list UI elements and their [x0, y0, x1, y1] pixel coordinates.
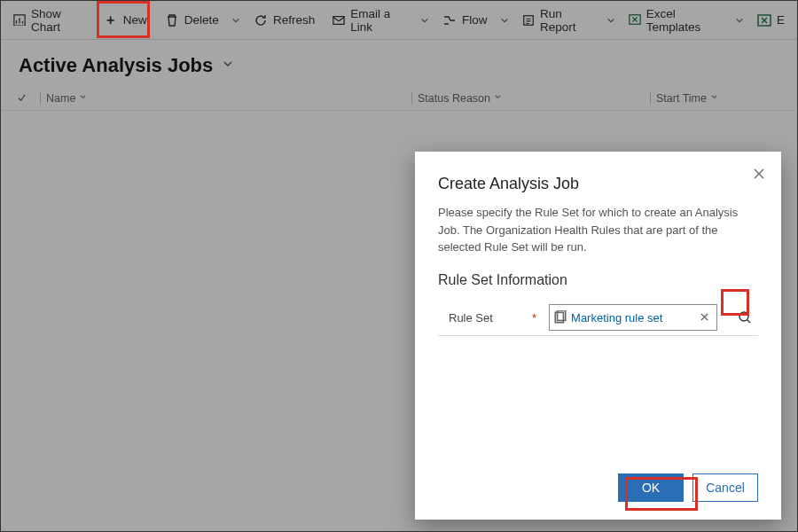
create-analysis-job-dialog: Create Analysis Job Please specify the R… [415, 152, 781, 520]
excel-templates-button[interactable]: Excel Templates [620, 4, 732, 36]
dialog-close-button[interactable] [753, 168, 765, 184]
chevron-down-icon [494, 93, 502, 103]
rule-set-label: Rule Set [438, 311, 523, 325]
column-start-label: Start Time [656, 92, 707, 105]
column-divider [650, 92, 651, 105]
rule-set-field-row: Rule Set * Marketing rule set [438, 304, 758, 336]
delete-label: Delete [184, 13, 219, 27]
select-all-column[interactable] [17, 93, 38, 103]
clear-lookup-button[interactable] [695, 311, 713, 325]
column-name[interactable]: Name [46, 92, 410, 105]
excel-export-icon [757, 13, 771, 27]
flow-chevron[interactable] [497, 4, 513, 36]
dialog-section-heading: Rule Set Information [438, 272, 758, 288]
export-excel-button-partial[interactable]: E [748, 4, 794, 36]
run-report-button[interactable]: Run Report [513, 4, 602, 36]
dialog-description: Please specify the Rule Set for which to… [438, 204, 758, 256]
show-chart-button[interactable]: Show Chart [4, 4, 95, 36]
lookup-search-button[interactable] [732, 304, 758, 331]
excel-templates-label: Excel Templates [646, 7, 723, 34]
rule-set-selected-value: Marketing rule set [571, 311, 695, 325]
refresh-label: Refresh [273, 13, 315, 27]
column-header-row: Name Status Reason Start Time [1, 86, 797, 111]
chart-icon [13, 13, 26, 27]
export-excel-label: E [777, 13, 785, 27]
svg-rect-1 [333, 16, 344, 24]
new-button[interactable]: + New [95, 4, 156, 36]
excel-templates-chevron[interactable] [732, 4, 748, 36]
email-link-button[interactable]: Email a Link [324, 4, 416, 36]
svg-point-7 [739, 312, 748, 321]
delete-split-chevron[interactable] [228, 4, 245, 36]
email-link-split-chevron[interactable] [417, 4, 434, 36]
app-window: Show Chart + New Delete Refresh Email a [0, 0, 798, 532]
view-header: Active Analysis Jobs [1, 40, 797, 86]
column-status-label: Status Reason [418, 92, 490, 105]
column-name-label: Name [46, 92, 75, 105]
view-title: Active Analysis Jobs [19, 54, 213, 77]
new-label: New [123, 13, 147, 27]
run-report-chevron[interactable] [602, 4, 619, 36]
record-icon [553, 310, 567, 325]
cancel-button[interactable]: Cancel [692, 473, 758, 502]
excel-icon [629, 13, 641, 27]
chevron-down-icon [79, 93, 87, 103]
dialog-footer: OK Cancel [438, 463, 758, 520]
dialog-title: Create Analysis Job [438, 175, 758, 193]
email-link-label: Email a Link [350, 7, 407, 34]
view-selector-chevron[interactable] [222, 58, 234, 74]
flow-icon [442, 13, 457, 27]
column-divider [40, 92, 41, 105]
rule-set-lookup[interactable]: Marketing rule set [549, 304, 717, 331]
trash-icon [165, 13, 179, 27]
required-indicator: * [532, 311, 536, 325]
show-chart-label: Show Chart [31, 7, 86, 34]
refresh-icon [254, 13, 268, 27]
column-start-time[interactable]: Start Time [656, 92, 781, 105]
refresh-button[interactable]: Refresh [245, 4, 324, 36]
run-report-label: Run Report [540, 7, 593, 34]
email-icon [332, 13, 345, 27]
report-icon [522, 13, 535, 27]
flow-label: Flow [462, 13, 488, 27]
chevron-down-icon [710, 93, 718, 103]
flow-button[interactable]: Flow [434, 4, 497, 36]
column-status-reason[interactable]: Status Reason [418, 92, 648, 105]
command-bar: Show Chart + New Delete Refresh Email a [1, 1, 797, 40]
column-divider [411, 92, 412, 105]
ok-button[interactable]: OK [618, 473, 684, 502]
plus-icon: + [104, 13, 118, 27]
delete-button[interactable]: Delete [156, 4, 228, 36]
